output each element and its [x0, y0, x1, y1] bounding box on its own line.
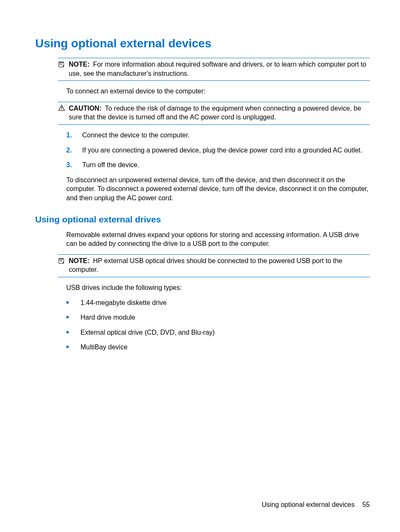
caution-label: CAUTION: — [69, 105, 101, 112]
para-connect: To connect an external device to the com… — [66, 87, 370, 96]
step-item: 2. If you are connecting a powered devic… — [66, 146, 370, 155]
note-label: NOTE: — [69, 61, 90, 68]
list-item-text: External optical drive (CD, DVD, and Blu… — [81, 328, 215, 337]
footer-title: Using optional external devices — [262, 501, 354, 508]
step-text: If you are connecting a powered device, … — [82, 146, 362, 155]
step-text: Connect the device to the computer. — [82, 131, 190, 140]
note-callout-1: NOTE:For more information about required… — [58, 58, 370, 81]
bullet-dot-icon — [66, 301, 69, 304]
list-item-text: 1.44-megabyte diskette drive — [81, 298, 166, 307]
footer-page-number: 55 — [362, 501, 370, 508]
bullet-dot-icon — [66, 331, 69, 333]
para-disconnect: To disconnect an unpowered external devi… — [66, 176, 370, 203]
heading-sub: Using optional external drives — [35, 214, 370, 225]
note-body-1: NOTE:For more information about required… — [69, 60, 370, 78]
page-content: Using optional external devices NOTE:For… — [0, 0, 400, 352]
step-number: 2. — [66, 146, 74, 155]
note-icon — [58, 60, 65, 68]
step-text: Turn off the device. — [82, 160, 139, 170]
svg-point-2 — [61, 109, 62, 110]
caution-body-1: CAUTION:To reduce the risk of damage to … — [69, 104, 370, 122]
step-number: 3. — [66, 160, 74, 170]
caution-callout-1: CAUTION:To reduce the risk of damage to … — [58, 102, 370, 125]
sub-content-block: Removable external drives expand your op… — [35, 230, 370, 352]
step-number: 1. — [66, 131, 74, 140]
caution-text: To reduce the risk of damage to the equi… — [69, 105, 361, 121]
note-text: HP external USB optical drives should be… — [69, 257, 343, 274]
list-item: External optical drive (CD, DVD, and Blu… — [66, 328, 370, 337]
list-item: 1.44-megabyte diskette drive — [66, 298, 370, 307]
note-body-2: NOTE:HP external USB optical drives shou… — [69, 256, 370, 274]
note-text: For more information about required soft… — [69, 61, 366, 77]
bullet-dot-icon — [66, 346, 69, 348]
note-callout-2: NOTE:HP external USB optical drives shou… — [58, 254, 370, 277]
step-item: 3. Turn off the device. — [66, 160, 370, 170]
bullet-list: 1.44-megabyte diskette drive Hard drive … — [66, 298, 370, 352]
para-types: USB drives include the following types: — [66, 283, 370, 292]
step-item: 1. Connect the device to the computer. — [66, 131, 370, 140]
heading-main: Using optional external devices — [35, 37, 370, 50]
bullet-dot-icon — [66, 316, 69, 318]
list-item: Hard drive module — [66, 313, 370, 322]
note-icon — [58, 257, 65, 264]
main-content-block: NOTE:For more information about required… — [35, 58, 370, 203]
caution-icon — [58, 104, 65, 112]
steps-list: 1. Connect the device to the computer. 2… — [66, 131, 370, 170]
list-item-text: Hard drive module — [81, 313, 135, 322]
list-item-text: MultiBay device — [81, 343, 127, 352]
list-item: MultiBay device — [66, 343, 370, 352]
page-footer: Using optional external devices 55 — [262, 501, 370, 509]
note-label: NOTE: — [69, 257, 90, 264]
para-removable: Removable external drives expand your op… — [66, 230, 370, 248]
